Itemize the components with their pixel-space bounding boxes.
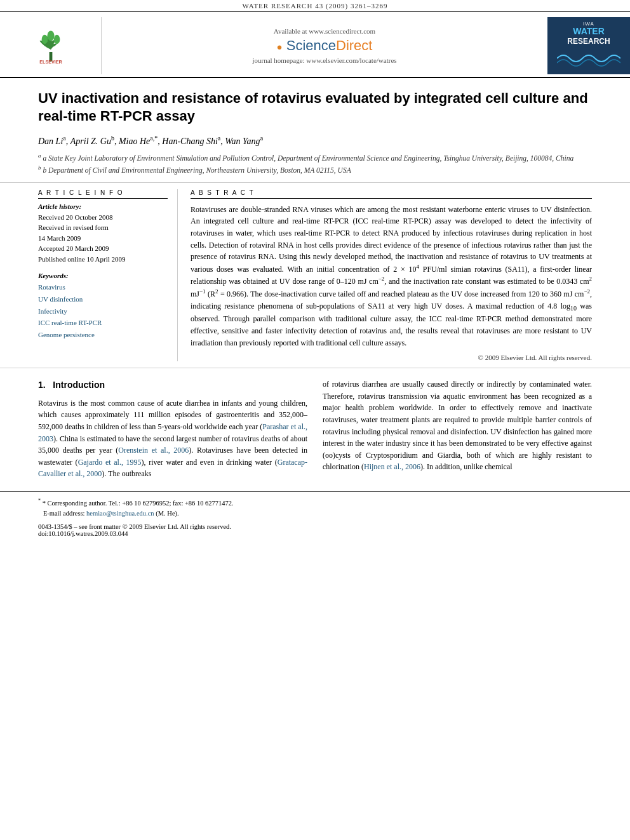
author-april-gu: April Z. Gu [70,137,111,146]
page-container: WATER RESEARCH 43 (2009) 3261–3269 ELSEV… [0,0,630,542]
section-title-text: Introduction [53,380,105,390]
svg-point-2 [47,30,54,41]
received-date-1: Received 20 October 2008 [38,212,168,223]
sciencedirect-logo: ● ScienceDirect [277,37,373,54]
keyword-icc-rt-pcr: ICC real-time RT-PCR [38,317,168,329]
doi-rights-line: 0043-1354/$ – see front matter © 2009 El… [0,523,630,542]
author-dan-li: Dan Li [38,137,63,146]
author-wan-yang: Wan Yang [225,137,260,146]
journal-title-text: WATER RESEARCH 43 (2009) 3261–3269 [243,2,388,10]
article-main-title: UV inactivation and resistance of rotavi… [38,90,592,126]
article-history: Article history: Received 20 October 200… [38,203,168,265]
author-miao-he: Miao He [119,137,150,146]
article-authors: Dan Lia, April Z. Gub, Miao Hea,*, Han-C… [38,135,592,147]
elsevier-logo-area: ELSEVIER [0,17,102,74]
article-title-section: UV inactivation and resistance of rotavi… [0,78,630,183]
journal-homepage: journal homepage: www.elsevier.com/locat… [252,57,396,64]
affiliation-b: b b Department of Civil and Environmenta… [38,164,592,176]
svg-point-4 [53,35,60,44]
ref-parashar[interactable]: Parashar et al., 2003 [38,422,307,443]
keyword-genome-persistence: Genome persistence [38,329,168,341]
footer-footnotes: * * Corresponding author. Tel.: +86 10 6… [0,491,630,522]
keyword-uv-disinfection: UV disinfection [38,293,168,305]
body-col-right: of rotavirus diarrhea are usually caused… [323,378,592,485]
received-revised-label: Received in revised form [38,222,168,233]
rights-text: 0043-1354/$ – see front matter © 2009 El… [38,523,592,530]
affiliation-a: a a State Key Joint Laboratory of Enviro… [38,152,592,164]
intro-para-1: Rotavirus is the most common cause of ac… [38,397,307,480]
introduction-heading: 1. Introduction [38,378,307,392]
two-col-body: 1. Introduction Rotavirus is the most co… [38,378,592,485]
affiliations: a a State Key Joint Laboratory of Enviro… [38,152,592,176]
footnote-email: E-mail address: hemiao@tsinghua.edu.cn (… [38,509,592,519]
copyright-line: © 2009 Elsevier Ltd. All rights reserved… [191,354,592,361]
accepted-date: Accepted 20 March 2009 [38,243,168,254]
article-info-column: A R T I C L E I N F O Article history: R… [38,189,178,361]
keyword-infectivity: Infectivity [38,305,168,317]
ref-hijnen[interactable]: Hijnen et al., 2006 [364,462,420,471]
keywords-label: Keywords: [38,272,168,279]
footnote-corresponding-author: * * Corresponding author. Tel.: +86 10 6… [38,497,592,509]
water-research-badge-area: IWA WATERRESEARCH [547,17,630,74]
footnote-email-address[interactable]: hemiao@tsinghua.edu.cn [86,510,154,517]
svg-point-3 [41,35,48,44]
article-info-heading: A R T I C L E I N F O [38,189,168,199]
abstract-text: Rotaviruses are double-stranded RNA viru… [191,204,592,349]
abstract-heading: A B S T R A C T [191,189,592,199]
section-number: 1. [38,380,46,390]
journal-title-bar: WATER RESEARCH 43 (2009) 3261–3269 [0,0,630,12]
doi-text: doi:10.1016/j.watres.2009.03.044 [38,530,592,537]
svg-text:ELSEVIER: ELSEVIER [39,59,62,65]
header: ELSEVIER Available at www.sciencedirect.… [0,12,630,78]
ref-orenstein[interactable]: Orenstein et al., 2006 [118,446,189,455]
article-info-abstract-section: A R T I C L E I N F O Article history: R… [0,183,630,368]
water-research-badge: IWA WATERRESEARCH [557,21,620,70]
keywords-section: Keywords: Rotavirus UV disinfection Infe… [38,272,168,340]
author-han-chang-shi: Han-Chang Shi [162,137,218,146]
keyword-rotavirus: Rotavirus [38,281,168,293]
body-col-left: 1. Introduction Rotavirus is the most co… [38,378,307,485]
ref-gajardo[interactable]: Gajardo et al., 1995 [78,458,142,467]
intro-para-2: of rotavirus diarrhea are usually caused… [323,378,592,473]
history-label: Article history: [38,203,168,210]
sciencedirect-area: Available at www.sciencedirect.com ● Sci… [102,17,547,74]
wave-decoration-icon [557,49,620,68]
available-text: Available at www.sciencedirect.com [274,27,375,35]
body-section: 1. Introduction Rotavirus is the most co… [0,368,630,491]
water-research-title: WATERRESEARCH [557,27,620,46]
abstract-column: A B S T R A C T Rotaviruses are double-s… [191,189,592,361]
revised-date: 14 March 2009 [38,233,168,244]
elsevier-tree-icon: ELSEVIER [19,27,83,65]
published-online-date: Published online 10 April 2009 [38,254,168,265]
